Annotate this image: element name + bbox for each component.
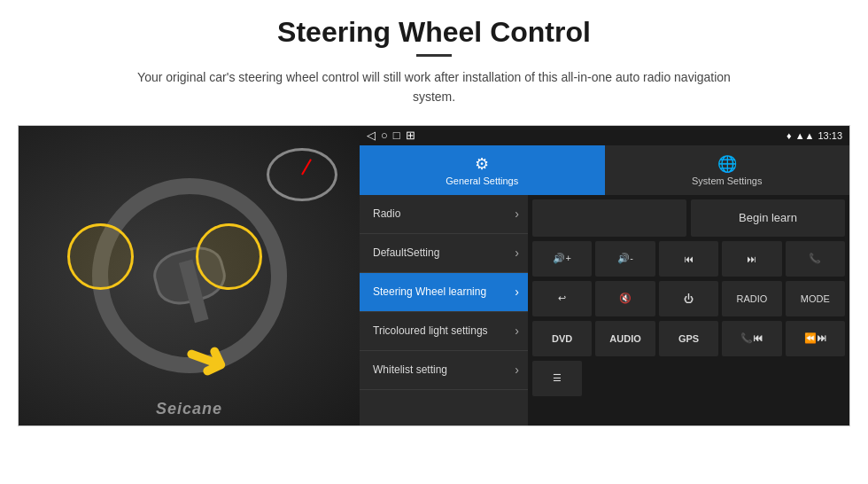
fn-vol-down[interactable]: 🔊- [595,241,655,277]
tab-system-label: System Settings [692,176,762,186]
nav-recents-icon[interactable]: □ [393,129,400,142]
fn-menu[interactable]: ☰ [532,361,582,396]
nav-back-icon[interactable]: ◁ [367,129,376,142]
tab-general-label: General Settings [446,176,518,186]
back-icon: ↩ [558,293,566,304]
tab-system-settings[interactable]: 🌐 System Settings [605,145,850,195]
fn-back[interactable]: ↩ [532,281,592,316]
menu-radio-chevron: › [515,207,519,221]
menu-item-steering[interactable]: Steering Wheel learning › [360,273,528,312]
menu-tricoloured-chevron: › [515,324,519,338]
next-icon: ⏭ [747,254,756,264]
right-content: Begin learn 🔊+ 🔊- ⏮ ⏭ [528,195,849,425]
menu-radio-label: Radio [373,207,400,220]
fn-prev[interactable]: ⏮ [659,241,718,277]
vol-up-icon: 🔊+ [553,253,570,264]
nav-buttons: ◁ ○ □ ⊞ [367,129,415,142]
fn-call-prev[interactable]: 📞⏮ [722,321,781,356]
dvd-label: DVD [552,333,572,344]
main-content: ➜ Seicane ◁ ○ □ ⊞ ♦ ▲▲ 13:13 ⚙ General [18,125,850,426]
general-settings-icon: ⚙ [475,154,489,174]
nav-home-icon[interactable]: ○ [381,129,388,142]
mute-icon: 🔇 [619,293,632,304]
fn-rewind-ff[interactable]: ⏪⏭ [786,321,845,356]
page-subtitle: Your original car's steering wheel contr… [124,67,744,107]
steering-bg: ➜ Seicane [19,126,360,425]
row-begin-learn: Begin learn [532,199,845,237]
tab-general-settings[interactable]: ⚙ General Settings [360,145,605,195]
menu-default-label: DefaultSetting [373,246,439,259]
fn-gps[interactable]: GPS [659,321,718,356]
audio-label: AUDIO [609,333,640,344]
dashboard-indicator [267,148,337,201]
fn-dvd[interactable]: DVD [532,321,592,356]
menu-default-chevron: › [515,246,519,260]
function-buttons-row1: 🔊+ 🔊- ⏮ ⏭ 📞 [532,241,845,277]
clock: 13:13 [818,130,842,141]
top-tabs: ⚙ General Settings 🌐 System Settings [360,145,849,195]
menu-whitelist-label: Whitelist setting [373,363,447,376]
fn-radio[interactable]: RADIO [722,281,781,316]
menu-tricoloured-label: Tricoloured light settings [373,324,488,337]
fn-mode[interactable]: MODE [786,281,845,316]
rewind-ff-icon: ⏪⏭ [804,332,826,344]
fn-mute[interactable]: 🔇 [595,281,655,316]
call-icon: 📞 [809,253,821,264]
nav-grid-icon[interactable]: ⊞ [406,129,415,142]
left-menu: Radio › DefaultSetting › Steering Wheel … [360,195,528,425]
function-buttons-row2: ↩ 🔇 ⏻ RADIO MODE [532,281,845,316]
radio-label: RADIO [736,293,767,304]
content-area: Radio › DefaultSetting › Steering Wheel … [360,195,849,425]
function-buttons-row3: DVD AUDIO GPS 📞⏮ ⏪⏭ [532,321,845,356]
page-title: Steering Wheel Control [35,16,833,49]
fn-next[interactable]: ⏭ [722,241,781,277]
seicane-watermark: Seicane [156,400,222,418]
dash-needle [301,159,312,175]
prev-icon: ⏮ [684,254,694,264]
status-bar: ◁ ○ □ ⊞ ♦ ▲▲ 13:13 [360,126,849,145]
fn-audio[interactable]: AUDIO [595,321,655,356]
mode-label: MODE [801,293,830,304]
menu-item-tricoloured[interactable]: Tricoloured light settings › [360,312,528,351]
location-icon: ♦ [787,130,792,141]
system-settings-icon: 🌐 [717,154,737,174]
highlight-circle-right [196,223,262,290]
menu-steering-chevron: › [515,285,519,299]
function-buttons-row4: ☰ [532,361,845,396]
menu-whitelist-chevron: › [515,363,519,377]
fn-call[interactable]: 📞 [786,241,845,277]
signal-icon: ▲▲ [795,130,815,141]
menu-item-default[interactable]: DefaultSetting › [360,234,528,273]
page-header: Steering Wheel Control Your original car… [0,0,868,116]
call-prev-icon: 📞⏮ [740,332,763,344]
fn-vol-up[interactable]: 🔊+ [532,241,592,277]
steering-wheel-image: ➜ Seicane [19,126,360,425]
menu-item-whitelist[interactable]: Whitelist setting › [360,351,528,390]
highlight-circle-left [67,223,134,290]
android-panel: ◁ ○ □ ⊞ ♦ ▲▲ 13:13 ⚙ General Settings 🌐 … [360,126,849,425]
status-right: ♦ ▲▲ 13:13 [787,130,842,141]
gps-label: GPS [678,333,699,344]
vol-down-icon: 🔊- [617,253,633,264]
begin-learn-button[interactable]: Begin learn [691,199,845,237]
menu-steering-label: Steering Wheel learning [373,285,486,298]
menu-item-radio[interactable]: Radio › [360,195,528,234]
menu-icon: ☰ [553,372,562,384]
fn-power[interactable]: ⏻ [659,281,718,316]
blank-area [532,199,686,237]
title-divider [416,54,452,57]
power-icon: ⏻ [684,293,694,304]
